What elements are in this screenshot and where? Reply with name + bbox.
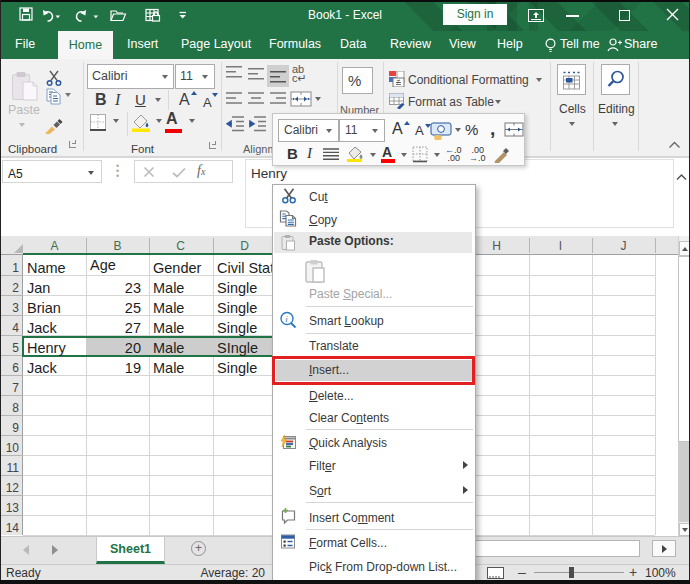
svg-text:≠: ≠ <box>397 78 401 85</box>
